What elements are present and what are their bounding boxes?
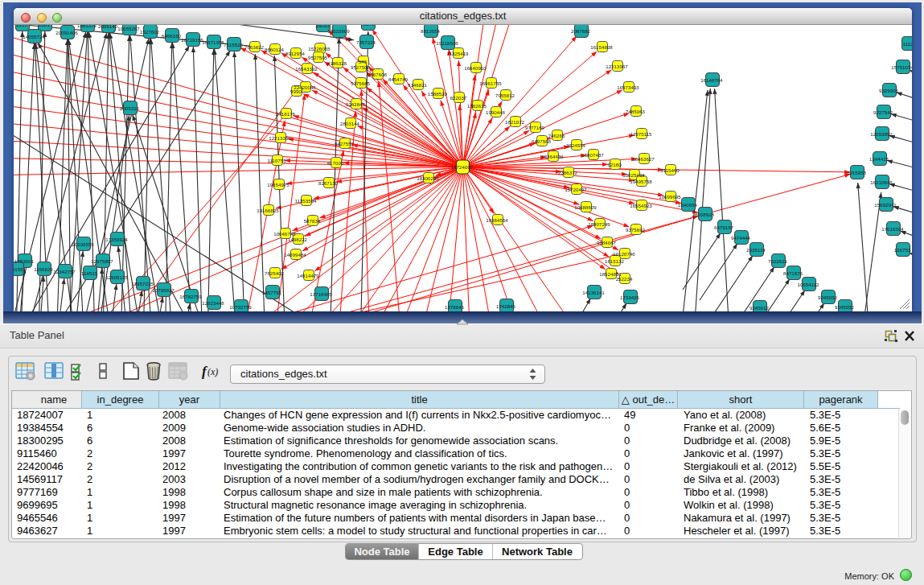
- svg-text:10792759: 10792759: [229, 304, 252, 310]
- svg-text:16210645: 16210645: [870, 179, 893, 185]
- svg-text:12823448: 12823448: [202, 300, 224, 306]
- svg-text:1733426: 1733426: [620, 295, 640, 300]
- svg-text:19654975: 19654975: [267, 182, 290, 187]
- svg-text:1990448: 1990448: [486, 109, 506, 115]
- svg-text:13716485: 13716485: [310, 291, 332, 297]
- svg-text:11353594: 11353594: [294, 198, 317, 204]
- svg-text:14136141: 14136141: [582, 290, 605, 295]
- svg-text:12213369: 12213369: [269, 135, 291, 141]
- svg-text:8813054: 8813054: [421, 28, 441, 34]
- svg-text:2967608: 2967608: [368, 72, 388, 77]
- svg-text:8186328: 8186328: [327, 60, 347, 66]
- svg-text:7955812: 7955812: [495, 93, 515, 98]
- svg-text:2215: 2215: [16, 25, 27, 27]
- svg-text:8267130: 8267130: [318, 180, 339, 186]
- svg-text:9245052: 9245052: [818, 295, 838, 300]
- svg-text:417006: 417006: [327, 160, 344, 166]
- svg-text:10719155: 10719155: [181, 37, 203, 43]
- svg-text:12975115: 12975115: [630, 131, 652, 137]
- svg-text:2718176: 2718176: [276, 111, 296, 117]
- svg-text:16154808: 16154808: [590, 44, 613, 50]
- svg-text:7357224: 7357224: [356, 39, 376, 45]
- svg-text:6479197: 6479197: [714, 225, 734, 230]
- svg-text:10688609: 10688609: [574, 204, 597, 210]
- svg-text:73572: 73572: [360, 25, 375, 27]
- svg-text:1615132: 1615132: [605, 258, 625, 264]
- svg-text:9245052: 9245052: [835, 304, 855, 310]
- svg-text:10654112: 10654112: [797, 282, 819, 287]
- svg-text:2386372: 2386372: [558, 170, 578, 175]
- svg-text:746266: 746266: [548, 133, 565, 138]
- svg-text:1112: 1112: [903, 41, 912, 47]
- svg-text:3624554: 3624554: [566, 142, 586, 148]
- svg-text:18724007: 18724007: [451, 164, 474, 170]
- svg-text:16782759: 16782759: [179, 294, 202, 299]
- svg-text:10807487: 10807487: [581, 152, 604, 158]
- svg-text:9245012: 9245012: [749, 305, 770, 311]
- svg-text:10655267: 10655267: [117, 26, 140, 31]
- svg-text:9084067: 9084067: [597, 240, 617, 245]
- svg-text:8471676: 8471676: [783, 270, 803, 276]
- svg-text:9227542: 9227542: [873, 109, 893, 115]
- svg-text:9146821: 9146821: [408, 82, 428, 88]
- svg-text:14055724: 14055724: [23, 34, 45, 39]
- svg-text:10795817: 10795817: [152, 287, 175, 293]
- svg-text:14099484: 14099484: [284, 252, 306, 257]
- svg-text:8660124: 8660124: [265, 47, 285, 52]
- svg-text:7632621: 7632621: [768, 258, 788, 264]
- svg-text:15751074: 15751074: [891, 64, 912, 70]
- svg-text:12213967: 12213967: [606, 64, 628, 69]
- svg-text:12342757: 12342757: [53, 269, 76, 274]
- svg-text:16033809: 16033809: [327, 28, 350, 34]
- svg-text:1498222: 1498222: [288, 237, 308, 242]
- svg-text:7515526: 7515526: [224, 42, 244, 47]
- svg-text:12093852: 12093852: [870, 131, 893, 137]
- svg-text:126753: 126753: [894, 247, 911, 253]
- svg-text:18463627: 18463627: [632, 156, 655, 162]
- svg-text:16640910: 16640910: [464, 65, 487, 71]
- svg-text:1453001: 1453001: [14, 258, 35, 264]
- svg-text:62160: 62160: [607, 162, 622, 167]
- svg-text:15720407: 15720407: [565, 187, 587, 192]
- svg-text:546: 546: [359, 59, 368, 64]
- svg-text:9474444: 9474444: [731, 235, 751, 241]
- svg-text:1881: 1881: [39, 25, 50, 27]
- svg-text:15692971: 15692971: [874, 202, 897, 208]
- svg-text:20091406: 20091406: [55, 30, 78, 35]
- svg-text:18300295: 18300295: [417, 175, 439, 181]
- svg-text:16148784: 16148784: [700, 77, 723, 83]
- svg-text:5375685: 5375685: [351, 80, 371, 86]
- svg-text:10120746: 10120746: [613, 251, 635, 257]
- svg-text:14914479: 14914479: [297, 273, 319, 278]
- svg-text:2935114: 2935114: [746, 247, 766, 253]
- svg-text:9242845: 9242845: [346, 101, 366, 107]
- svg-text:16543392: 16543392: [295, 66, 318, 72]
- svg-text:9777169: 9777169: [525, 125, 545, 130]
- svg-text:9457791: 9457791: [262, 290, 282, 295]
- svg-text:12975857: 12975857: [91, 258, 113, 264]
- svg-text:7485063: 7485063: [626, 109, 646, 114]
- svg-text:1588520: 1588520: [428, 91, 448, 97]
- svg-text:20206555: 20206555: [72, 241, 94, 247]
- svg-text:20364436: 20364436: [541, 154, 564, 159]
- svg-text:8215958: 8215958: [847, 170, 867, 175]
- svg-text:12505135: 12505135: [105, 274, 128, 280]
- svg-text:19166825: 19166825: [257, 208, 279, 213]
- svg-text:8454749: 8454749: [388, 76, 409, 82]
- svg-text:10025438: 10025438: [622, 172, 645, 178]
- svg-text:2087682: 2087682: [571, 28, 591, 34]
- svg-text:1640954: 1640954: [678, 202, 698, 208]
- svg-text:11325419: 11325419: [446, 51, 469, 56]
- svg-text:10046745: 10046745: [273, 231, 296, 237]
- svg-text:9427552: 9427552: [335, 141, 355, 146]
- svg-text:587834: 587834: [304, 218, 321, 224]
- svg-text:114519: 114519: [81, 270, 98, 276]
- svg-text:10699695: 10699695: [659, 194, 681, 200]
- svg-text:17016504: 17016504: [881, 226, 904, 232]
- svg-text:822037: 822037: [450, 95, 467, 101]
- svg-text:6466160: 6466160: [162, 33, 182, 39]
- svg-text:2005316: 2005316: [120, 105, 140, 111]
- svg-text:19384554: 19384554: [486, 217, 508, 223]
- svg-text:18807249: 18807249: [588, 221, 610, 227]
- svg-text:2803144: 2803144: [340, 121, 360, 126]
